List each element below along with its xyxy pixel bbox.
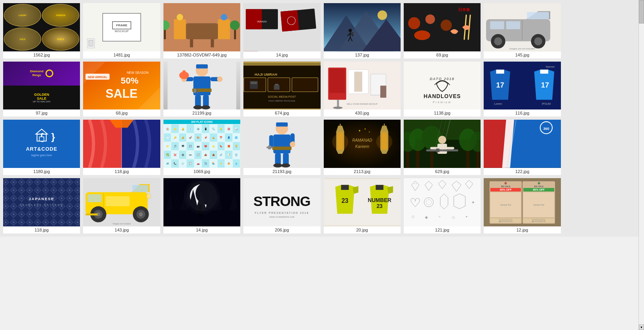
svg-rect-122 [276, 122, 288, 127]
grid-item-1481[interactable]: FRAME MOCKUP 1481.jpg [83, 3, 160, 58]
svg-text:✦: ✦ [471, 200, 475, 205]
svg-point-72 [201, 105, 210, 109]
thumb-145: Images are not included [484, 3, 561, 51]
grid-item-1562[interactable]: LUXURY PREMIUM GOLD BADGE 1562.jpg [3, 3, 80, 58]
grid-item-1180[interactable]: { ⌂ } ART&CODE tagline goes here 1180.jp… [3, 120, 80, 175]
grid-item-14-card[interactable]: VERAZO 14.jpg [243, 3, 320, 58]
svg-text:VERAZO: VERAZO [257, 20, 267, 23]
thumb-1180: { ⌂ } ART&CODE tagline goes here [3, 120, 80, 168]
thumb-12: BIG SALE 60% OFF Sample Text |||||||||||… [484, 178, 561, 226]
scrollbar[interactable]: ▲ ▼ [639, 0, 644, 237]
filename-118-shirt: 118.jpg [114, 168, 130, 175]
filename-1138: 1138.jpg [433, 109, 451, 117]
svg-rect-4 [174, 19, 186, 39]
svg-text:Kareem: Kareem [355, 144, 369, 149]
filename-1481: 1481.jpg [112, 51, 131, 58]
grid-item-137882[interactable]: 137882-OSVDM7-649.jpg [163, 3, 240, 58]
grid-item-14-moon[interactable]: 14.jpg [163, 178, 240, 233]
grid-item-12[interactable]: BIG SALE 60% OFF Sample Text |||||||||||… [484, 178, 561, 233]
svg-point-34 [425, 15, 435, 24]
svg-rect-5 [218, 19, 230, 39]
svg-text:Images are not included: Images are not included [510, 47, 535, 50]
thumb-1069: 300 FLAT ICONS 🏠 🌟 🔔 📧 ⚙️ 📱 🔍 💡 🎯 📊 ✉️ 🔑 [163, 120, 240, 168]
svg-text:IPSUM: IPSUM [542, 102, 551, 106]
grid-item-21199[interactable]: 21199.jpg [163, 62, 240, 117]
svg-rect-108 [3, 121, 80, 167]
thumb-68: NEW ARRIVAL 50% NEW SEASON SALE [83, 62, 160, 110]
filename-21199: 21199.jpg [192, 109, 212, 117]
thumb-14-card: VERAZO [243, 3, 320, 51]
thumb-1481: FRAME MOCKUP [83, 3, 160, 51]
thumb-1138: DATO 2018 HANDLOVES Premium [404, 62, 481, 110]
filename-143: 143.jpg [114, 226, 130, 233]
thumb-118-shirt [83, 120, 160, 168]
filename-430: 430.jpg [354, 109, 370, 117]
grid-item-97[interactable]: DiamondRings GOLDENSALE UP TO 50% OFF 97… [3, 62, 80, 117]
grid-item-629[interactable]: 629.jpg [404, 120, 481, 175]
svg-text:✦: ✦ [358, 129, 361, 133]
svg-text:50%: 50% [121, 76, 138, 86]
svg-point-23 [377, 10, 387, 20]
grid-item-68[interactable]: NEW ARRIVAL 50% NEW SEASON SALE 68.jpg [83, 62, 160, 117]
svg-rect-41 [527, 12, 549, 19]
svg-rect-162 [446, 147, 454, 150]
thumb-143: Images not included [83, 178, 160, 226]
filename-122: 122.jpg [514, 168, 530, 175]
svg-point-68 [182, 70, 186, 74]
svg-text:HAJI UMRAH: HAJI UMRAH [255, 73, 278, 77]
svg-point-141 [376, 134, 392, 150]
grid-item-116[interactable]: 17 17 Sponsor Lorem IPSUM 116.jpg [484, 62, 561, 117]
svg-rect-2 [190, 39, 193, 47]
grid-item-21193[interactable]: 21193.jpg [243, 120, 320, 175]
svg-text:ART&CODE: ART&CODE [26, 146, 57, 152]
grid-item-674[interactable]: HAJI UMRAH SOCIAL MEDIA POST HAJI UMRAH … [243, 62, 320, 117]
grid-item-122[interactable]: 360 122.jpg [484, 120, 561, 175]
svg-text:✧: ✧ [438, 215, 441, 219]
svg-text:Lorem: Lorem [494, 102, 502, 106]
grid-item-206[interactable]: STRONG FLYER PRESENTATION 2018 WWW.YOURW… [243, 178, 320, 233]
svg-rect-3 [210, 39, 214, 47]
svg-point-71 [193, 105, 202, 109]
grid-item-137[interactable]: 137.jpg [324, 3, 401, 58]
grid-item-121[interactable]: ✦ ◇ ◆ ✧ ◇ ✦ 121.jpg [404, 178, 481, 233]
grid-item-1069[interactable]: 300 FLAT ICONS 🏠 🌟 🔔 📧 ⚙️ 📱 🔍 💡 🎯 📊 ✉️ 🔑 [163, 120, 240, 175]
grid-item-143[interactable]: Images not included 143.jpg [83, 178, 160, 233]
svg-point-190 [139, 212, 143, 216]
grid-item-118-jp[interactable]: JAPANESE SEAMLESS PATTERN 118.jpg [3, 178, 80, 233]
svg-point-140 [332, 134, 348, 150]
thumb-121: ✦ ◇ ◆ ✧ ◇ ✦ [404, 178, 481, 226]
svg-text:Premium: Premium [433, 100, 452, 103]
filename-674: 674.jpg [274, 109, 290, 117]
svg-text:◆: ◆ [425, 215, 428, 219]
svg-rect-128 [269, 135, 274, 148]
thumb-674: HAJI UMRAH SOCIAL MEDIA POST HAJI UMRAH … [243, 62, 320, 110]
filename-629: 629.jpg [434, 168, 450, 175]
grid-item-118-shirt[interactable]: 118.jpg [83, 120, 160, 175]
svg-text:JAPANESE: JAPANESE [29, 197, 54, 201]
grid-item-20[interactable]: 23 NUMBER 23 20.jpg [324, 178, 401, 233]
grid-item-2113[interactable]: RAMANAD Kareem ✦ ✦ ✦ 2113.jpg [324, 120, 401, 175]
svg-point-191 [147, 193, 151, 199]
svg-point-45 [494, 37, 502, 45]
svg-text:✦: ✦ [368, 131, 370, 133]
svg-rect-182 [88, 194, 102, 202]
svg-rect-81 [292, 78, 318, 92]
svg-rect-60 [196, 64, 208, 69]
filename-121: 121.jpg [434, 226, 450, 233]
scroll-thumb[interactable] [639, 0, 644, 24]
svg-text:NEW ARRIVAL: NEW ARRIVAL [88, 76, 107, 79]
grid-item-430[interactable]: WALL STAND BANNER MOCKUP 430.jpg [324, 62, 401, 117]
svg-point-33 [408, 17, 420, 29]
svg-rect-74 [197, 89, 198, 93]
filename-2113: 2113.jpg [353, 168, 371, 175]
grid-item-1138[interactable]: DATO 2018 HANDLOVES Premium 1138.jpg [404, 62, 481, 117]
grid-item-145[interactable]: Images are not included 145.jpg [484, 3, 561, 58]
thumb-1562: LUXURY PREMIUM GOLD BADGE [3, 3, 80, 51]
svg-rect-192 [86, 213, 98, 215]
grid-item-69[interactable]: 日本食 69.jpg [404, 3, 481, 58]
svg-rect-225 [404, 179, 481, 226]
svg-rect-127 [292, 142, 294, 143]
thumb-2113: RAMANAD Kareem ✦ ✦ ✦ [324, 120, 401, 168]
svg-text:◇: ◇ [452, 215, 455, 219]
filename-1562: 1562.jpg [33, 51, 51, 58]
